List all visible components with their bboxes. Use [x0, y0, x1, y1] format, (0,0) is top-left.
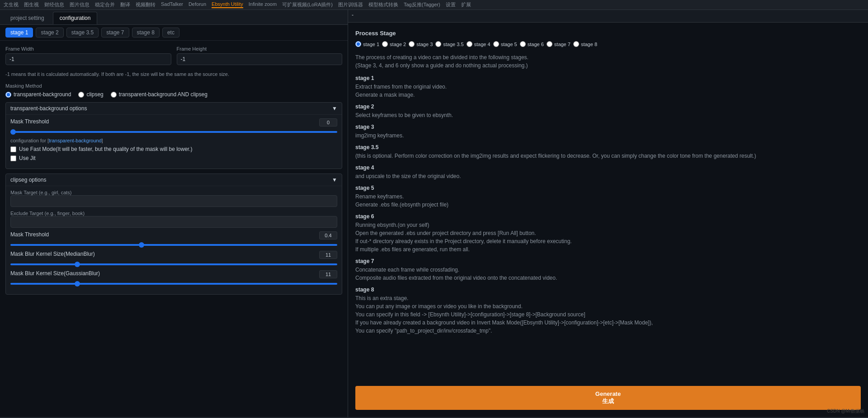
radio-both[interactable]: transparent-background AND clipseg [111, 91, 208, 98]
menu-item-tagger[interactable]: Tag反推(Tagger) [404, 1, 440, 8]
process-stage-radio-4[interactable]: stage 4 [467, 41, 491, 47]
generate-button-line2: 生成 [602, 398, 614, 404]
clipseg-threshold-value: 0.4 [319, 231, 337, 240]
frame-dimensions-row: Frame Width Frame Height [5, 46, 342, 65]
stage-2-block: stage 2 Select keyframes to be given to … [355, 103, 861, 119]
menu-item-tushengshi[interactable]: 图生视 [24, 1, 39, 8]
clipseg-threshold-slider[interactable] [10, 244, 337, 246]
gaussian-blur-value: 11 [319, 270, 337, 278]
clipseg-collapse-arrow-icon: ▼ [332, 177, 337, 183]
right-panel: - Process Stage stage 1 stage 2 stage 3 [348, 10, 868, 417]
stage-4-block: stage 4 and upscale to the size of the o… [355, 164, 861, 180]
masking-method-radio-group: transparent-background clipseg transpare… [5, 91, 342, 98]
frame-height-input[interactable] [177, 53, 343, 65]
menu-item-sadtalker[interactable]: SadTalker [161, 1, 183, 8]
transparent-bg-header[interactable]: transparent-background options ▼ [6, 103, 342, 114]
mask-target-label: Mask Target (e.g., girl, cats) [10, 190, 337, 195]
process-stage-radio-8[interactable]: stage 8 [573, 41, 597, 47]
clipseg-threshold-label: Mask Threshold [10, 231, 49, 240]
menu-item-fanyi[interactable]: 翻译 [120, 1, 130, 8]
process-stage-radio-group: stage 1 stage 2 stage 3 stage 3.5 stage … [355, 41, 861, 47]
process-stage-radio-1[interactable]: stage 1 [355, 41, 379, 47]
process-stage-radio-7[interactable]: stage 7 [547, 41, 571, 47]
masking-method-label: Masking Method [5, 83, 342, 89]
transparent-threshold-slider[interactable] [10, 131, 337, 133]
collapse-arrow-icon: ▼ [332, 105, 337, 112]
right-top-bar: - [348, 10, 868, 23]
clipseg-header-label: clipseg options [10, 177, 46, 183]
tab-project-setting[interactable]: project setting [4, 12, 51, 24]
mask-target-input[interactable] [10, 195, 337, 207]
radio-clipseg[interactable]: clipseg [78, 91, 103, 98]
process-stage-radio-2[interactable]: stage 2 [382, 41, 406, 47]
clipseg-threshold-row: Mask Threshold 0.4 [10, 231, 337, 247]
transparent-bg-section: transparent-background options ▼ Mask Th… [5, 102, 342, 169]
stage-tab-2[interactable]: stage 2 [36, 28, 63, 38]
stage-5-block: stage 5 Rename keyframes. Generate .ebs … [355, 185, 861, 209]
menu-item-wendinghebing[interactable]: 稳定合并 [95, 1, 115, 8]
menu-item-tupian[interactable]: 图片信息 [70, 1, 90, 8]
process-stage-radio-6[interactable]: stage 6 [520, 41, 544, 47]
config-label: configuration for [transparent-backgroun… [10, 138, 337, 143]
stage-tab-1[interactable]: stage 1 [5, 28, 33, 38]
exclude-target-input[interactable] [10, 216, 337, 228]
right-content: Process Stage stage 1 stage 2 stage 3 [348, 23, 868, 386]
transparent-bg-header-label: transparent-background options [10, 105, 87, 112]
tab-configuration[interactable]: configuration [53, 12, 98, 24]
median-blur-slider[interactable] [10, 263, 337, 265]
stage-tab-8[interactable]: stage 8 [132, 28, 160, 38]
menu-item-shipinfanzhuan[interactable]: 视频翻转 [136, 1, 156, 8]
menu-item-kuozhan[interactable]: 扩展 [461, 1, 471, 8]
menu-item-ebsynth[interactable]: Ebsynth Utility [212, 1, 243, 8]
process-stage-radio-3[interactable]: stage 3 [409, 41, 433, 47]
clipseg-header[interactable]: clipseg options ▼ [6, 174, 342, 186]
generate-button[interactable]: Generate 生成 [355, 386, 861, 410]
generate-button-line1: Generate [595, 390, 621, 397]
jit-label: Use Jit [19, 155, 36, 161]
fast-mode-checkbox-row[interactable]: Use Fast Mode(It will be faster, but the… [10, 146, 337, 152]
menu-item-shezhi[interactable]: 设置 [446, 1, 456, 8]
menu-item-caijing[interactable]: 财经信息 [44, 1, 64, 8]
frame-width-group: Frame Width [5, 46, 171, 65]
radio-transparent-bg[interactable]: transparent-background [5, 91, 71, 98]
median-blur-row: Mask Blur Kernel Size(MedianBlur) 11 [10, 251, 337, 267]
stage-tab-7[interactable]: stage 7 [101, 28, 129, 38]
clipseg-content: Mask Target (e.g., girl, cats) Exclude T… [6, 186, 342, 294]
menu-item-deforun[interactable]: Deforun [189, 1, 206, 8]
menu-item-wenshengshi[interactable]: 文生视 [4, 1, 19, 8]
frame-height-label: Frame Height [177, 46, 343, 52]
median-blur-value: 11 [319, 251, 337, 259]
stage-tabs-bar: stage 1 stage 2 stage 3.5 stage 7 stage … [0, 25, 348, 41]
gaussian-blur-slider[interactable] [10, 283, 337, 285]
process-stage-title: Process Stage [355, 30, 861, 37]
frame-width-label: Frame Width [5, 46, 171, 52]
stage-tab-3-5[interactable]: stage 3.5 [66, 28, 99, 38]
generate-area: Generate 生成 [348, 386, 868, 417]
stage-3-block: stage 3 img2img keyframes. [355, 124, 861, 140]
menu-item-tupianxunlian[interactable]: 图片训练器 [338, 1, 363, 8]
stage-tab-etc[interactable]: etc [162, 28, 179, 38]
menu-item-moxing[interactable]: 模型格式转换 [368, 1, 398, 8]
top-menu-bar: 文生视 图生视 财经信息 图片信息 稳定合并 翻译 视频翻转 SadTalker… [0, 0, 868, 10]
process-stage-radio-3-5[interactable]: stage 3.5 [435, 41, 463, 47]
menu-item-infinitezoom[interactable]: Infinite zoom [249, 1, 277, 8]
intro-text: The process of creating a video can be d… [355, 53, 861, 70]
exclude-target-label: Exclude Target (e.g., finger, book) [10, 211, 337, 216]
right-top-bar-text: - [352, 12, 354, 18]
gaussian-blur-label: Mask Blur Kernel Size(GaussianBlur) [10, 270, 100, 278]
main-tab-bar: project setting configuration [0, 10, 348, 25]
jit-checkbox-row[interactable]: Use Jit [10, 155, 337, 161]
menu-item-lora[interactable]: 可扩展视频(LoRA插件) [282, 1, 333, 8]
frame-width-input[interactable] [5, 53, 171, 65]
transparent-threshold-value: 0 [319, 118, 337, 127]
gaussian-blur-row: Mask Blur Kernel Size(GaussianBlur) 11 [10, 270, 337, 286]
left-content-area: Frame Width Frame Height -1 means that i… [0, 41, 348, 417]
median-blur-label: Mask Blur Kernel Size(MedianBlur) [10, 251, 95, 259]
jit-checkbox[interactable] [10, 155, 16, 161]
transparent-threshold-label: Mask Threshold [10, 118, 49, 127]
stage-8-block: stage 8 This is an extra stage. You can … [355, 286, 861, 335]
process-stage-radio-5[interactable]: stage 5 [493, 41, 517, 47]
fast-mode-checkbox[interactable] [10, 146, 16, 152]
stage-3-5-block: stage 3.5 (this is optional. Perform col… [355, 144, 861, 160]
watermark: CSDN @Mr数据杨 [827, 408, 864, 414]
